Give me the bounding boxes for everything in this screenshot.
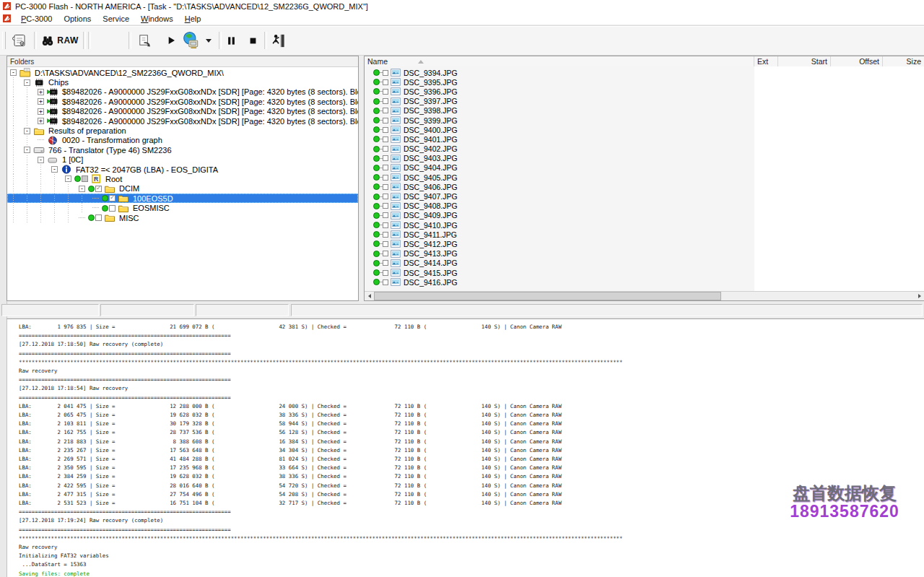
expand-toggle[interactable]: + xyxy=(38,89,44,95)
expand-toggle[interactable]: - xyxy=(24,147,30,153)
expand-toggle[interactable]: - xyxy=(10,69,17,76)
column-header-offset[interactable]: Offset xyxy=(831,56,883,66)
file-row[interactable]: DSC_9403.JPG xyxy=(365,154,924,163)
tree-node[interactable]: MISC xyxy=(7,213,358,222)
file-row[interactable]: DSC_9395.JPG xyxy=(365,77,924,87)
tree-checkbox[interactable] xyxy=(109,195,116,201)
file-checkbox[interactable] xyxy=(383,136,388,142)
file-row[interactable]: DSC_9394.JPG xyxy=(365,68,924,77)
menu-item-service[interactable]: Service xyxy=(97,14,135,24)
tree-node[interactable]: -766 - Translator (Type 46) SM2236 xyxy=(7,145,358,155)
file-row[interactable]: DSC_9413.JPG xyxy=(365,249,924,259)
file-checkbox[interactable] xyxy=(383,232,388,238)
stop-button[interactable] xyxy=(244,30,261,51)
file-checkbox[interactable] xyxy=(383,108,388,113)
tree-checkbox[interactable] xyxy=(95,186,102,192)
file-checkbox[interactable] xyxy=(383,70,388,76)
file-row[interactable]: DSC_9416.JPG xyxy=(365,277,924,287)
tree-node[interactable]: -Results of preparation xyxy=(7,126,358,135)
tree-checkbox[interactable] xyxy=(95,214,102,221)
pause-button[interactable] xyxy=(222,30,240,51)
expand-toggle[interactable]: - xyxy=(24,79,30,86)
log-report-button[interactable] xyxy=(9,30,30,51)
file-row[interactable]: DSC_9412.JPG xyxy=(365,239,924,248)
search-button[interactable] xyxy=(39,30,56,51)
file-checkbox[interactable] xyxy=(383,146,388,152)
folders-tree[interactable]: -D:\TASKS\ADVANCED\12_SM2236G_QWORD_MIX\… xyxy=(7,66,358,300)
tree-node[interactable]: -1 [0C] xyxy=(7,155,358,165)
file-row[interactable]: DSC_9404.JPG xyxy=(365,163,924,173)
raw-recovery-button[interactable]: RAW xyxy=(56,30,79,51)
expand-toggle[interactable]: + xyxy=(38,118,44,124)
column-header-name[interactable]: Name xyxy=(365,56,754,66)
file-checkbox[interactable] xyxy=(383,118,388,123)
expand-toggle[interactable]: + xyxy=(38,108,44,115)
file-row[interactable]: DSC_9399.JPG xyxy=(365,116,924,125)
menu-item-pc-3000[interactable]: PC-3000 xyxy=(15,14,58,24)
tree-node[interactable]: +$89482026 - A9000000 JS29FxxG08xxNDx [S… xyxy=(7,87,358,97)
tree-node[interactable]: 100EOS5D xyxy=(7,194,358,203)
tree-node[interactable]: EOSMISC xyxy=(7,203,358,212)
file-checkbox[interactable] xyxy=(383,98,388,104)
expand-toggle[interactable]: - xyxy=(79,186,85,192)
file-row[interactable]: DSC_9398.JPG xyxy=(365,106,924,116)
expand-toggle[interactable]: - xyxy=(38,157,44,163)
tree-node[interactable]: -D:\TASKS\ADVANCED\12_SM2236G_QWORD_MIX\ xyxy=(7,68,358,77)
tree-node[interactable]: -Chips xyxy=(7,77,358,87)
file-row[interactable]: DSC_9415.JPG xyxy=(365,268,924,277)
file-checkbox[interactable] xyxy=(383,175,388,181)
tree-checkbox[interactable] xyxy=(82,175,88,182)
scroll-right-button[interactable] xyxy=(915,292,924,300)
toolbar-grip[interactable] xyxy=(2,32,6,49)
file-checkbox[interactable] xyxy=(383,212,388,218)
file-row[interactable]: DSC_9401.JPG xyxy=(365,134,924,144)
file-row[interactable]: DSC_9408.JPG xyxy=(365,201,924,211)
file-row[interactable]: DSC_9402.JPG xyxy=(365,144,924,154)
scroll-left-button[interactable] xyxy=(365,292,374,300)
tree-node[interactable]: -Root xyxy=(7,174,358,183)
file-checkbox[interactable] xyxy=(383,251,388,256)
file-row[interactable]: DSC_9400.JPG xyxy=(365,125,924,134)
file-checkbox[interactable] xyxy=(383,222,388,228)
file-row[interactable]: DSC_9411.JPG xyxy=(365,230,924,239)
file-row[interactable]: DSC_9407.JPG xyxy=(365,191,924,201)
start-button[interactable] xyxy=(163,30,179,51)
tree-node[interactable]: +$89482026 - A9000000 JS29FxxG08xxNDx [S… xyxy=(7,97,358,106)
files-list[interactable]: DSC_9394.JPGDSC_9395.JPGDSC_9396.JPGDSC_… xyxy=(365,66,924,292)
log-output[interactable]: LBA: 1 976 835 | Size = 21 699 072 B ( 4… xyxy=(6,318,924,577)
export-button[interactable] xyxy=(134,30,154,51)
file-checkbox[interactable] xyxy=(383,194,388,199)
file-checkbox[interactable] xyxy=(383,270,388,276)
tree-checkbox[interactable] xyxy=(109,205,116,212)
tree-node[interactable]: -FAT32 =< 2047GB (LBA) - EOS_DIGITA xyxy=(7,165,358,174)
file-checkbox[interactable] xyxy=(383,184,388,190)
expand-toggle[interactable]: - xyxy=(51,166,58,173)
tree-node[interactable]: +$89482026 - A9000000 JS29FxxG08xxNDx [S… xyxy=(7,107,358,116)
file-checkbox[interactable] xyxy=(383,155,388,161)
tree-node[interactable]: 0020 - Transformation graph xyxy=(7,136,358,145)
menu-item-options[interactable]: Options xyxy=(58,14,97,24)
file-row[interactable]: DSC_9396.JPG xyxy=(365,87,924,96)
expand-toggle[interactable]: - xyxy=(24,128,30,134)
column-header-start[interactable]: Start xyxy=(778,56,831,66)
column-header-size[interactable]: Size xyxy=(883,56,924,66)
menu-item-help[interactable]: Help xyxy=(179,14,207,24)
file-checkbox[interactable] xyxy=(383,241,388,247)
tree-node[interactable]: +$89482026 - A9000000 JS29FxxG08xxNDx [S… xyxy=(7,116,358,126)
file-row[interactable]: DSC_9414.JPG xyxy=(365,259,924,268)
expand-toggle[interactable]: - xyxy=(65,175,71,182)
column-header-ext[interactable]: Ext xyxy=(754,56,778,66)
file-row[interactable]: DSC_9405.JPG xyxy=(365,173,924,182)
file-checkbox[interactable] xyxy=(383,260,388,266)
tree-node[interactable]: -DCIM xyxy=(7,184,358,194)
file-checkbox[interactable] xyxy=(383,203,388,209)
expand-toggle[interactable]: + xyxy=(38,98,44,105)
file-row[interactable]: DSC_9406.JPG xyxy=(365,182,924,191)
exit-button[interactable] xyxy=(269,30,287,51)
file-checkbox[interactable] xyxy=(383,127,388,133)
network-mode-button[interactable] xyxy=(180,30,202,51)
horizontal-scrollbar[interactable] xyxy=(365,291,924,300)
file-checkbox[interactable] xyxy=(383,165,388,170)
file-checkbox[interactable] xyxy=(383,89,388,95)
menu-item-windows[interactable]: Windows xyxy=(135,14,179,24)
